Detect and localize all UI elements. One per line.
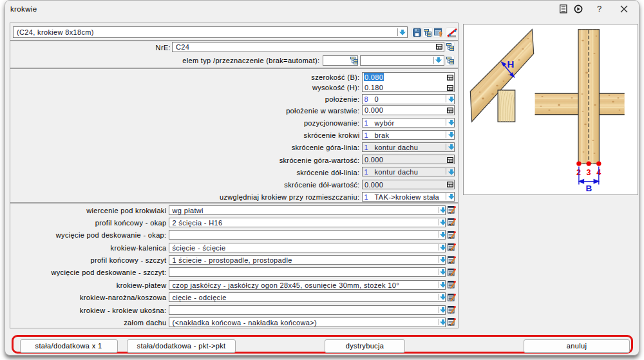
svg-text:3: 3 (587, 167, 591, 176)
svg-text:B: B (586, 184, 592, 193)
svg-text:H: H (507, 59, 515, 70)
